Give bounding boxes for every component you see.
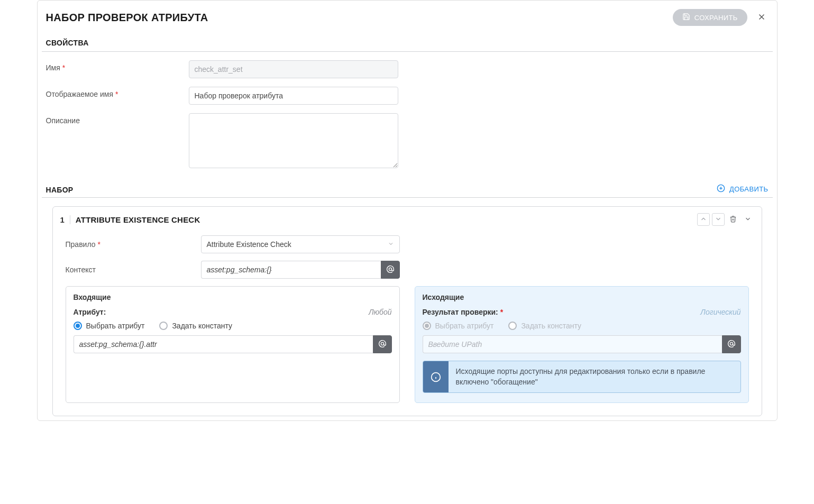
description-textarea[interactable] (189, 113, 398, 168)
at-icon (727, 339, 736, 350)
save-button[interactable]: СОХРАНИТЬ (673, 9, 747, 26)
incoming-port-box: Входящие Атрибут: Любой Выбрать атрибут … (66, 286, 400, 403)
rule-index: 1 (60, 215, 70, 224)
context-picker-button[interactable] (381, 261, 400, 279)
page-header: НАБОР ПРОВЕРОК АТРИБУТА СОХРАНИТЬ (42, 5, 773, 34)
outgoing-title: Исходящие (423, 293, 741, 301)
page-title: НАБОР ПРОВЕРОК АТРИБУТА (46, 12, 208, 24)
radio-icon (159, 322, 168, 330)
context-label: Контекст (66, 265, 201, 274)
plus-circle-icon (717, 184, 725, 194)
name-label: Имя* (46, 60, 189, 72)
outgoing-port-box: Исходящие Результат проверки:* Логически… (415, 286, 749, 403)
incoming-title: Входящие (74, 293, 392, 301)
outgoing-radio-select: Выбрать атрибут (423, 322, 494, 330)
rule-select[interactable]: Attribute Existence Check (201, 235, 400, 253)
chevron-down-icon (388, 240, 394, 249)
move-up-button[interactable] (697, 213, 710, 226)
rule-card: 1 ATTRIBUTE EXISTENCE CHECK (52, 206, 762, 416)
delete-button[interactable] (727, 213, 739, 226)
incoming-type-label: Любой (369, 308, 392, 316)
move-down-button[interactable] (712, 213, 725, 226)
incoming-radio-const[interactable]: Задать константу (159, 322, 232, 330)
outgoing-value-input (423, 335, 722, 353)
at-icon (378, 339, 387, 350)
collapse-button[interactable] (742, 213, 754, 226)
outgoing-info-text: Исходящие порты доступны для редактирова… (449, 361, 740, 392)
incoming-picker-button[interactable] (373, 335, 392, 353)
svg-point-6 (381, 342, 383, 345)
svg-point-5 (389, 268, 391, 270)
outgoing-info-box: Исходящие порты доступны для редактирова… (423, 361, 741, 393)
outgoing-radio-const: Задать константу (508, 322, 581, 330)
outgoing-type-label: Логический (700, 308, 740, 316)
description-label: Описание (46, 113, 189, 125)
display-name-label: Отображаемое имя* (46, 87, 189, 98)
radio-icon (74, 322, 82, 330)
radio-icon (508, 322, 517, 330)
svg-point-7 (730, 342, 733, 345)
save-icon (682, 13, 690, 22)
rule-select-value: Attribute Existence Check (207, 240, 291, 249)
chevron-up-icon (700, 215, 707, 224)
close-button[interactable] (755, 10, 769, 25)
add-label: ДОБАВИТЬ (729, 185, 769, 193)
outgoing-attr-label: Результат проверки:* (423, 308, 504, 316)
chevron-down-icon (715, 215, 722, 224)
rule-field-label: Правило* (66, 240, 201, 249)
chevron-down-icon (744, 215, 752, 224)
incoming-radio-select[interactable]: Выбрать атрибут (74, 322, 145, 330)
context-input[interactable] (201, 261, 381, 279)
outgoing-picker-button (722, 335, 741, 353)
incoming-attr-label: Атрибут: (74, 308, 106, 316)
name-input (189, 60, 398, 78)
trash-icon (729, 215, 737, 224)
add-button[interactable]: ДОБАВИТЬ (717, 184, 769, 194)
close-icon (757, 12, 766, 23)
section-set-label: НАБОР (46, 186, 74, 194)
section-properties-label: СВОЙСТВА (42, 34, 773, 52)
radio-icon (423, 322, 431, 330)
save-label: СОХРАНИТЬ (694, 14, 738, 22)
incoming-value-input[interactable] (74, 335, 373, 353)
rule-title: ATTRIBUTE EXISTENCE CHECK (70, 215, 697, 224)
at-icon (386, 264, 395, 276)
display-name-input[interactable] (189, 87, 398, 105)
info-icon (423, 361, 449, 392)
